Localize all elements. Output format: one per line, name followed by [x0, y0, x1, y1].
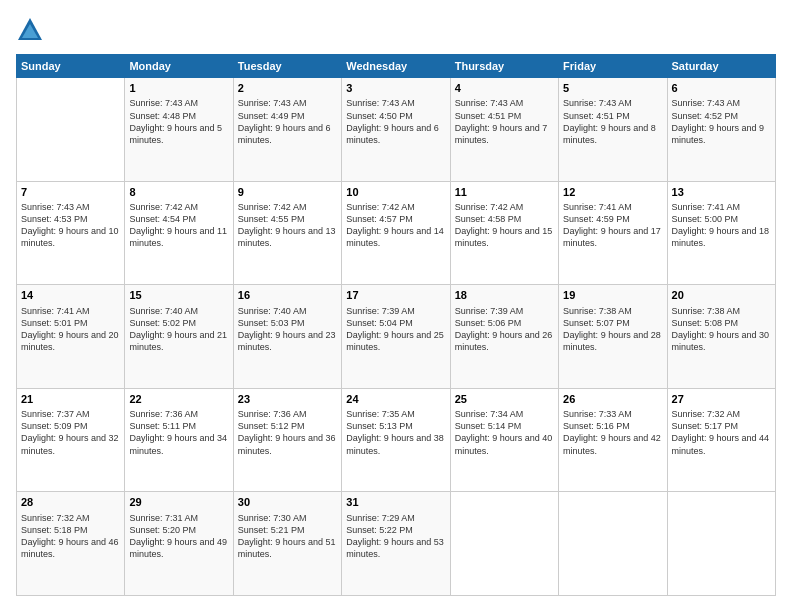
calendar-cell: [450, 492, 558, 596]
day-number: 20: [672, 288, 771, 303]
day-number: 13: [672, 185, 771, 200]
day-number: 9: [238, 185, 337, 200]
day-number: 23: [238, 392, 337, 407]
day-number: 14: [21, 288, 120, 303]
day-info: Sunrise: 7:43 AMSunset: 4:51 PMDaylight:…: [455, 97, 554, 146]
calendar-cell: 4Sunrise: 7:43 AMSunset: 4:51 PMDaylight…: [450, 78, 558, 182]
day-info: Sunrise: 7:35 AMSunset: 5:13 PMDaylight:…: [346, 408, 445, 457]
calendar-week-1: 7Sunrise: 7:43 AMSunset: 4:53 PMDaylight…: [17, 181, 776, 285]
day-info: Sunrise: 7:42 AMSunset: 4:54 PMDaylight:…: [129, 201, 228, 250]
calendar-cell: 18Sunrise: 7:39 AMSunset: 5:06 PMDayligh…: [450, 285, 558, 389]
calendar-cell: 15Sunrise: 7:40 AMSunset: 5:02 PMDayligh…: [125, 285, 233, 389]
day-header-wednesday: Wednesday: [342, 55, 450, 78]
day-number: 12: [563, 185, 662, 200]
day-number: 1: [129, 81, 228, 96]
calendar-header-row: SundayMondayTuesdayWednesdayThursdayFrid…: [17, 55, 776, 78]
calendar-cell: 20Sunrise: 7:38 AMSunset: 5:08 PMDayligh…: [667, 285, 775, 389]
calendar-cell: 29Sunrise: 7:31 AMSunset: 5:20 PMDayligh…: [125, 492, 233, 596]
calendar-cell: 14Sunrise: 7:41 AMSunset: 5:01 PMDayligh…: [17, 285, 125, 389]
day-number: 19: [563, 288, 662, 303]
day-info: Sunrise: 7:43 AMSunset: 4:52 PMDaylight:…: [672, 97, 771, 146]
day-info: Sunrise: 7:33 AMSunset: 5:16 PMDaylight:…: [563, 408, 662, 457]
calendar-cell: 11Sunrise: 7:42 AMSunset: 4:58 PMDayligh…: [450, 181, 558, 285]
day-info: Sunrise: 7:41 AMSunset: 5:00 PMDaylight:…: [672, 201, 771, 250]
day-info: Sunrise: 7:43 AMSunset: 4:51 PMDaylight:…: [563, 97, 662, 146]
day-number: 10: [346, 185, 445, 200]
calendar-cell: 5Sunrise: 7:43 AMSunset: 4:51 PMDaylight…: [559, 78, 667, 182]
day-info: Sunrise: 7:42 AMSunset: 4:58 PMDaylight:…: [455, 201, 554, 250]
day-header-sunday: Sunday: [17, 55, 125, 78]
day-info: Sunrise: 7:43 AMSunset: 4:48 PMDaylight:…: [129, 97, 228, 146]
day-number: 4: [455, 81, 554, 96]
day-info: Sunrise: 7:34 AMSunset: 5:14 PMDaylight:…: [455, 408, 554, 457]
day-info: Sunrise: 7:39 AMSunset: 5:06 PMDaylight:…: [455, 305, 554, 354]
day-number: 8: [129, 185, 228, 200]
day-info: Sunrise: 7:38 AMSunset: 5:07 PMDaylight:…: [563, 305, 662, 354]
calendar-cell: 1Sunrise: 7:43 AMSunset: 4:48 PMDaylight…: [125, 78, 233, 182]
day-number: 27: [672, 392, 771, 407]
day-info: Sunrise: 7:36 AMSunset: 5:11 PMDaylight:…: [129, 408, 228, 457]
day-info: Sunrise: 7:32 AMSunset: 5:18 PMDaylight:…: [21, 512, 120, 561]
day-info: Sunrise: 7:40 AMSunset: 5:03 PMDaylight:…: [238, 305, 337, 354]
day-number: 2: [238, 81, 337, 96]
calendar-cell: 13Sunrise: 7:41 AMSunset: 5:00 PMDayligh…: [667, 181, 775, 285]
day-info: Sunrise: 7:43 AMSunset: 4:50 PMDaylight:…: [346, 97, 445, 146]
day-number: 24: [346, 392, 445, 407]
day-info: Sunrise: 7:38 AMSunset: 5:08 PMDaylight:…: [672, 305, 771, 354]
day-header-monday: Monday: [125, 55, 233, 78]
day-info: Sunrise: 7:37 AMSunset: 5:09 PMDaylight:…: [21, 408, 120, 457]
day-info: Sunrise: 7:40 AMSunset: 5:02 PMDaylight:…: [129, 305, 228, 354]
day-header-saturday: Saturday: [667, 55, 775, 78]
calendar-cell: [559, 492, 667, 596]
calendar-cell: 12Sunrise: 7:41 AMSunset: 4:59 PMDayligh…: [559, 181, 667, 285]
logo: [16, 16, 48, 44]
day-info: Sunrise: 7:43 AMSunset: 4:53 PMDaylight:…: [21, 201, 120, 250]
day-info: Sunrise: 7:41 AMSunset: 4:59 PMDaylight:…: [563, 201, 662, 250]
calendar-cell: [667, 492, 775, 596]
calendar-cell: 10Sunrise: 7:42 AMSunset: 4:57 PMDayligh…: [342, 181, 450, 285]
day-info: Sunrise: 7:29 AMSunset: 5:22 PMDaylight:…: [346, 512, 445, 561]
day-number: 31: [346, 495, 445, 510]
calendar-cell: 16Sunrise: 7:40 AMSunset: 5:03 PMDayligh…: [233, 285, 341, 389]
day-number: 15: [129, 288, 228, 303]
day-info: Sunrise: 7:30 AMSunset: 5:21 PMDaylight:…: [238, 512, 337, 561]
calendar-cell: 3Sunrise: 7:43 AMSunset: 4:50 PMDaylight…: [342, 78, 450, 182]
calendar-cell: 30Sunrise: 7:30 AMSunset: 5:21 PMDayligh…: [233, 492, 341, 596]
day-number: 25: [455, 392, 554, 407]
logo-icon: [16, 16, 44, 44]
day-number: 7: [21, 185, 120, 200]
calendar-cell: 7Sunrise: 7:43 AMSunset: 4:53 PMDaylight…: [17, 181, 125, 285]
calendar-cell: 23Sunrise: 7:36 AMSunset: 5:12 PMDayligh…: [233, 388, 341, 492]
calendar-cell: 19Sunrise: 7:38 AMSunset: 5:07 PMDayligh…: [559, 285, 667, 389]
day-info: Sunrise: 7:31 AMSunset: 5:20 PMDaylight:…: [129, 512, 228, 561]
day-header-thursday: Thursday: [450, 55, 558, 78]
calendar-cell: 22Sunrise: 7:36 AMSunset: 5:11 PMDayligh…: [125, 388, 233, 492]
header: [16, 16, 776, 44]
calendar-cell: 2Sunrise: 7:43 AMSunset: 4:49 PMDaylight…: [233, 78, 341, 182]
calendar-cell: 8Sunrise: 7:42 AMSunset: 4:54 PMDaylight…: [125, 181, 233, 285]
day-info: Sunrise: 7:42 AMSunset: 4:57 PMDaylight:…: [346, 201, 445, 250]
calendar-week-3: 21Sunrise: 7:37 AMSunset: 5:09 PMDayligh…: [17, 388, 776, 492]
day-number: 17: [346, 288, 445, 303]
day-number: 16: [238, 288, 337, 303]
calendar-cell: 26Sunrise: 7:33 AMSunset: 5:16 PMDayligh…: [559, 388, 667, 492]
day-number: 18: [455, 288, 554, 303]
calendar-cell: [17, 78, 125, 182]
day-number: 22: [129, 392, 228, 407]
calendar-cell: 17Sunrise: 7:39 AMSunset: 5:04 PMDayligh…: [342, 285, 450, 389]
day-number: 5: [563, 81, 662, 96]
day-number: 28: [21, 495, 120, 510]
day-header-friday: Friday: [559, 55, 667, 78]
day-info: Sunrise: 7:39 AMSunset: 5:04 PMDaylight:…: [346, 305, 445, 354]
calendar-cell: 31Sunrise: 7:29 AMSunset: 5:22 PMDayligh…: [342, 492, 450, 596]
page: SundayMondayTuesdayWednesdayThursdayFrid…: [0, 0, 792, 612]
calendar-cell: 9Sunrise: 7:42 AMSunset: 4:55 PMDaylight…: [233, 181, 341, 285]
day-header-tuesday: Tuesday: [233, 55, 341, 78]
calendar-cell: 6Sunrise: 7:43 AMSunset: 4:52 PMDaylight…: [667, 78, 775, 182]
calendar-cell: 28Sunrise: 7:32 AMSunset: 5:18 PMDayligh…: [17, 492, 125, 596]
day-info: Sunrise: 7:36 AMSunset: 5:12 PMDaylight:…: [238, 408, 337, 457]
calendar-week-0: 1Sunrise: 7:43 AMSunset: 4:48 PMDaylight…: [17, 78, 776, 182]
day-info: Sunrise: 7:43 AMSunset: 4:49 PMDaylight:…: [238, 97, 337, 146]
day-number: 21: [21, 392, 120, 407]
day-number: 26: [563, 392, 662, 407]
